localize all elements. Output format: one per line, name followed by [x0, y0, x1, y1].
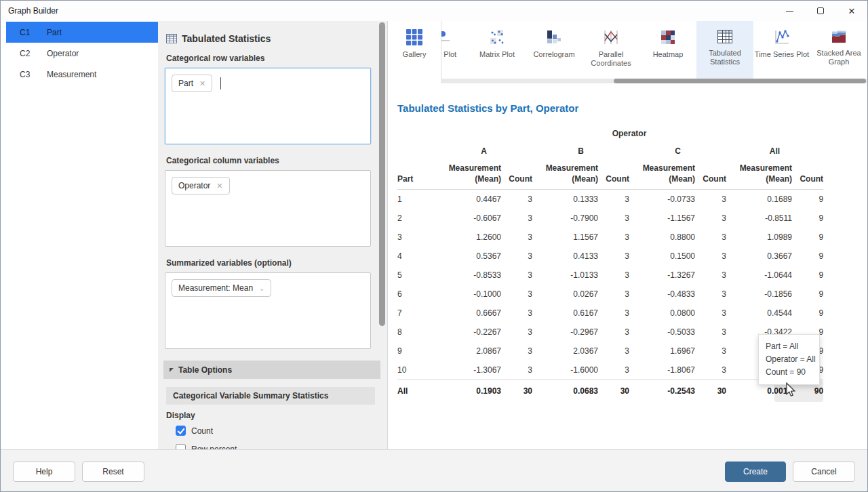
- table-cell[interactable]: 9: [792, 228, 823, 247]
- table-cell[interactable]: 9: [792, 209, 823, 228]
- table-cell[interactable]: 1.0989: [726, 228, 792, 247]
- create-button[interactable]: Create: [725, 462, 786, 482]
- table-cell[interactable]: -0.2267: [435, 323, 501, 342]
- table-cell[interactable]: 3: [598, 361, 629, 380]
- table-cell[interactable]: 9: [792, 285, 823, 304]
- remove-icon[interactable]: ✕: [216, 182, 222, 190]
- table-cell[interactable]: 9: [792, 190, 823, 209]
- table-cell[interactable]: 3: [598, 228, 629, 247]
- cancel-button[interactable]: Cancel: [793, 462, 855, 482]
- table-cell[interactable]: -1.0133: [532, 266, 598, 285]
- gallery-item-tabulated-statistics[interactable]: Tabulated Statistics: [696, 21, 753, 79]
- table-cell[interactable]: 9: [792, 247, 823, 266]
- table-cell[interactable]: 3: [501, 266, 532, 285]
- table-cell[interactable]: 0.3667: [726, 247, 792, 266]
- table-cell[interactable]: 0.0683: [532, 380, 598, 403]
- variable-chip-part[interactable]: Part ✕: [172, 75, 212, 92]
- table-cell[interactable]: 3: [501, 285, 532, 304]
- table-cell[interactable]: -0.1000: [435, 285, 501, 304]
- table-cell[interactable]: 3: [501, 247, 532, 266]
- table-cell[interactable]: 3: [598, 266, 629, 285]
- table-cell[interactable]: -1.8067: [629, 361, 695, 380]
- count-checkbox[interactable]: [176, 426, 186, 436]
- table-cell[interactable]: 3: [598, 247, 629, 266]
- table-cell[interactable]: -1.0644: [726, 266, 792, 285]
- table-cell[interactable]: 9: [792, 266, 823, 285]
- help-button[interactable]: Help: [13, 462, 75, 482]
- table-cell[interactable]: 3: [695, 209, 726, 228]
- column-variables-dropzone[interactable]: Operator ✕: [165, 170, 371, 247]
- table-cell[interactable]: 3: [695, 361, 726, 380]
- row-variables-dropzone[interactable]: Part ✕: [165, 68, 371, 144]
- table-cell[interactable]: 1.2600: [435, 228, 501, 247]
- table-cell[interactable]: -0.1856: [726, 285, 792, 304]
- checkbox-row-row-percent[interactable]: Row percent: [176, 444, 371, 449]
- table-cell[interactable]: 30: [598, 380, 629, 403]
- table-cell[interactable]: 3: [598, 209, 629, 228]
- table-cell[interactable]: 3: [695, 304, 726, 323]
- table-cell[interactable]: 0.4133: [532, 247, 598, 266]
- table-cell[interactable]: -0.4833: [629, 285, 695, 304]
- gallery-item-bubble-plot-clipped[interactable]: e Plot: [441, 21, 469, 79]
- panel-scrollbar-thumb[interactable]: [379, 22, 385, 326]
- reset-button[interactable]: Reset: [82, 462, 144, 482]
- checkbox-row-count[interactable]: Count: [176, 426, 371, 436]
- table-cell[interactable]: -0.0733: [629, 190, 695, 209]
- table-cell[interactable]: 1.1567: [532, 228, 598, 247]
- table-cell[interactable]: -0.2967: [532, 323, 598, 342]
- sidebar-item-measurement[interactable]: C3 Measurement: [6, 64, 158, 85]
- table-cell[interactable]: 0.4467: [435, 190, 501, 209]
- table-cell[interactable]: 3: [695, 323, 726, 342]
- sidebar-item-operator[interactable]: C2 Operator: [6, 43, 158, 64]
- table-cell[interactable]: 0.1333: [532, 190, 598, 209]
- table-cell[interactable]: 3: [501, 228, 532, 247]
- table-cell[interactable]: 3: [501, 342, 532, 361]
- gallery-item-heatmap[interactable]: Heatmap: [639, 21, 696, 79]
- panel-scrollbar[interactable]: [379, 21, 385, 449]
- gallery-item-correlogram[interactable]: Correlogram: [526, 21, 583, 79]
- table-cell[interactable]: 3: [598, 190, 629, 209]
- table-cell[interactable]: 3: [501, 361, 532, 380]
- table-cell[interactable]: 3: [695, 285, 726, 304]
- minimize-button[interactable]: [774, 1, 805, 21]
- variable-chip-measurement-mean[interactable]: Measurement: Mean ⌄: [172, 279, 271, 297]
- table-cell[interactable]: 3: [598, 342, 629, 361]
- table-cell[interactable]: -1.6000: [532, 361, 598, 380]
- table-cell[interactable]: 0.1903: [435, 380, 501, 403]
- table-cell[interactable]: -0.8511: [726, 209, 792, 228]
- table-cell[interactable]: 3: [501, 209, 532, 228]
- gallery-item-matrix-plot[interactable]: Matrix Plot: [469, 21, 526, 79]
- row-percent-checkbox[interactable]: [176, 444, 186, 449]
- table-cell[interactable]: 30: [501, 380, 532, 403]
- gallery-item-stacked-area-graph[interactable]: Stacked Area Graph: [810, 21, 867, 79]
- table-cell[interactable]: -0.2543: [629, 380, 695, 403]
- table-cell[interactable]: 3: [695, 266, 726, 285]
- table-cell[interactable]: -1.1567: [629, 209, 695, 228]
- gallery-item-time-series-plot[interactable]: Time Series Plot: [753, 21, 810, 79]
- table-cell[interactable]: 3: [598, 304, 629, 323]
- table-cell[interactable]: 3: [695, 342, 726, 361]
- gallery-item-gallery[interactable]: Gallery: [388, 21, 441, 79]
- table-cell[interactable]: -1.3267: [629, 266, 695, 285]
- variable-chip-operator[interactable]: Operator ✕: [172, 177, 230, 194]
- table-cell[interactable]: -1.3067: [435, 361, 501, 380]
- table-cell[interactable]: 3: [501, 304, 532, 323]
- table-cell[interactable]: -0.8533: [435, 266, 501, 285]
- table-cell[interactable]: 30: [695, 380, 726, 403]
- table-cell[interactable]: -0.6067: [435, 209, 501, 228]
- summarized-variables-dropzone[interactable]: Measurement: Mean ⌄: [165, 272, 371, 349]
- table-cell[interactable]: 3: [695, 190, 726, 209]
- close-button[interactable]: ✕: [836, 1, 867, 21]
- table-cell[interactable]: 0.1500: [629, 247, 695, 266]
- table-cell[interactable]: 3: [598, 285, 629, 304]
- table-cell[interactable]: -0.7900: [532, 209, 598, 228]
- table-cell[interactable]: 2.0867: [435, 342, 501, 361]
- gallery-scrollbar-thumb[interactable]: [614, 79, 866, 83]
- table-cell[interactable]: 0.6167: [532, 304, 598, 323]
- table-cell[interactable]: 0.6667: [435, 304, 501, 323]
- remove-icon[interactable]: ✕: [199, 79, 205, 88]
- gallery-item-parallel-coordinates[interactable]: Parallel Coordinates: [583, 21, 639, 79]
- table-cell[interactable]: 3: [598, 323, 629, 342]
- table-cell[interactable]: 3: [501, 323, 532, 342]
- gallery-scrollbar[interactable]: [441, 79, 867, 83]
